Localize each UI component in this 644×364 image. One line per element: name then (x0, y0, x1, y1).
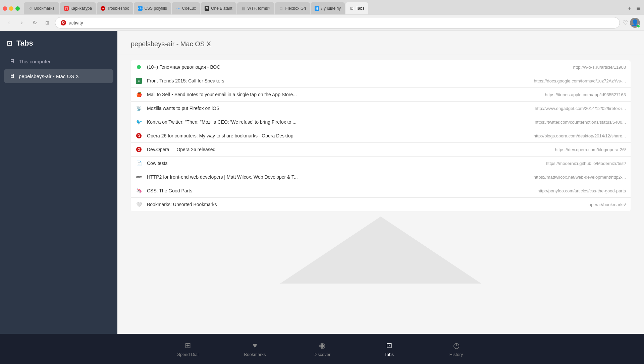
opera-logo-icon: O (61, 20, 66, 25)
bottom-nav-tabs[interactable]: ⊡ Tabs (356, 334, 423, 364)
reload-button[interactable]: ↻ (30, 18, 40, 28)
decorative-area (117, 217, 644, 284)
user-avatar[interactable]: 👤 (630, 18, 640, 28)
tab-label: Карикатура (70, 6, 92, 11)
tab-luchshie[interactable]: H Лучшие пу (311, 2, 345, 14)
address-input[interactable] (69, 20, 614, 25)
content-area: pepelsbeys-air - Mac OS X (10+) Геномная… (117, 31, 644, 334)
bottom-nav: ⊞ Speed Dial ♥ Bookmarks ◉ Discover ⊡ Ta… (0, 334, 644, 364)
computer-icon: 🖥 (9, 58, 15, 64)
sidebar: ⊡ Tabs 🖥 This computer 🖥 pepelsbeys-air … (0, 31, 117, 334)
tab-tabs[interactable]: ⊡ Tabs (345, 2, 368, 14)
coelux-tab-icon: 〜 (176, 6, 180, 11)
h-tab-icon: H (315, 6, 319, 11)
table-row[interactable]: 📄 Cow tests https://modernizr.github.io/… (131, 157, 631, 170)
m-tab-icon: M (205, 6, 209, 11)
tab-label: Лучшие пу (321, 6, 341, 11)
tab-csspolyfills[interactable]: </> CSS polyfills (134, 2, 171, 14)
address-bar[interactable]: O (55, 17, 620, 28)
tabs-nav-icon: ⊡ (386, 341, 392, 350)
decorative-triangle (280, 217, 481, 284)
tab-coelux[interactable]: 〜 CoeLux (172, 2, 200, 14)
bottom-nav-speed-dial[interactable]: ⊞ Speed Dial (154, 334, 221, 364)
table-row[interactable]: mw HTTP2 for front-end web developers | … (131, 170, 631, 184)
favicon (136, 64, 142, 70)
favicon: O (136, 132, 142, 139)
tabs-tab-icon: ⊡ (350, 6, 354, 11)
history-icon: ◷ (453, 341, 460, 350)
tab-label: Troubleshoo (107, 6, 129, 11)
forward-button[interactable]: › (17, 18, 27, 28)
bookmarks-nav-icon: ♥ (253, 341, 257, 350)
favicon: 🐦 (136, 119, 142, 125)
flexbox-tab-icon: □ (279, 6, 284, 11)
table-row[interactable]: 🤍 Bookmarks: Unsorted Bookmarks opera://… (131, 198, 631, 211)
favicon: 📄 (136, 160, 142, 167)
tab-label: CoeLux (182, 6, 196, 11)
bookmark-tab-icon: ♡ (28, 6, 33, 11)
sidebar-item-pepelsbeys-air[interactable]: 🖥 pepelsbeys-air - Mac OS X (4, 69, 113, 83)
new-tab-button[interactable]: + (626, 4, 633, 13)
favicon: O (136, 146, 142, 153)
tab-wtfforms[interactable]: ▤ WTF, forms? (237, 2, 274, 14)
favicon: 🤍 (136, 201, 142, 208)
table-row[interactable]: (10+) Геномная революция - ВОС http://w-… (131, 60, 631, 74)
bookmarks-button[interactable]: ♡ (623, 19, 628, 26)
table-row[interactable]: 🍎 Mail to Self • Send notes to your emai… (131, 88, 631, 102)
favicon: 📡 (136, 105, 142, 112)
tab-troubleshoot[interactable]: ● Troubleshoo (97, 2, 133, 14)
content-header: pepelsbeys-air - Mac OS X (117, 31, 644, 55)
main-area: ⊡ Tabs 🖥 This computer 🖥 pepelsbeys-air … (0, 31, 644, 334)
close-window-btn[interactable] (3, 6, 7, 11)
sidebar-item-this-computer[interactable]: 🖥 This computer (4, 54, 113, 68)
back-button[interactable]: ‹ (4, 18, 14, 28)
css-tab-icon: </> (138, 6, 143, 11)
table-row[interactable]: 🦄 CSS: The Good Parts http://ponyfoo.com… (131, 184, 631, 198)
speed-dial-icon: ⊞ (185, 341, 191, 350)
home-button[interactable]: ⊞ (42, 18, 52, 28)
caricature-tab-icon: П (64, 6, 69, 11)
tab-label: Bookmarks: (34, 6, 55, 11)
tabs-sidebar-icon: ⊡ (7, 39, 12, 47)
maximize-window-btn[interactable] (15, 6, 20, 11)
favicon: 🍎 (136, 91, 142, 98)
favicon: ≡ (136, 77, 142, 84)
tab-menu-button[interactable]: ≡ (635, 4, 641, 13)
favicon: mw (136, 174, 142, 180)
tab-caricature[interactable]: П Карикатура (60, 2, 96, 14)
tab-label: One Blatant (211, 6, 232, 11)
tab-label: WTF, forms? (248, 6, 270, 11)
minimize-window-btn[interactable] (9, 6, 13, 11)
wtf-tab-icon: ▤ (241, 6, 246, 11)
tab-label: Flexbox Gri (285, 6, 306, 11)
troubleshoot-tab-icon: ● (101, 6, 105, 11)
tab-label: CSS polyfills (144, 6, 167, 11)
tab-list: (10+) Геномная революция - ВОС http://w-… (117, 55, 644, 217)
table-row[interactable]: O Dev.Opera — Opera 26 released https://… (131, 143, 631, 157)
macbook-icon: 🖥 (9, 73, 15, 79)
bottom-nav-history[interactable]: ◷ History (423, 334, 490, 364)
bottom-nav-discover[interactable]: ◉ Discover (288, 334, 356, 364)
browser-chrome: ♡ Bookmarks: П Карикатура ● Troubleshoo … (0, 0, 644, 31)
favicon: 🦄 (136, 187, 142, 194)
discover-icon: ◉ (319, 341, 325, 350)
table-row[interactable]: O Opera 26 for computers: My way to shar… (131, 129, 631, 143)
table-row[interactable]: 🐦 Kontra on Twitter: "Then: "Mozilla CEO… (131, 115, 631, 129)
sidebar-title: ⊡ Tabs (0, 31, 117, 54)
table-row[interactable]: ≡ Front-Trends 2015: Call for Speakers h… (131, 74, 631, 88)
sidebar-items: 🖥 This computer 🖥 pepelsbeys-air - Mac O… (0, 54, 117, 84)
content-body: (10+) Геномная революция - ВОС http://w-… (117, 55, 644, 284)
bottom-nav-bookmarks[interactable]: ♥ Bookmarks (221, 334, 288, 364)
tab-bar: ♡ Bookmarks: П Карикатура ● Troubleshoo … (0, 0, 644, 15)
sync-badge (637, 24, 640, 28)
tab-oneblatant[interactable]: M One Blatant (201, 2, 236, 14)
nav-bar: ‹ › ↻ ⊞ O ♡ 👤 (0, 15, 644, 31)
tab-flexbox[interactable]: □ Flexbox Gri (275, 2, 310, 14)
tab-bookmarks[interactable]: ♡ Bookmarks: (24, 2, 59, 14)
tab-label: Tabs (356, 6, 364, 11)
table-row[interactable]: 📡 Mozilla wants to put Firefox on iOS ht… (131, 102, 631, 115)
